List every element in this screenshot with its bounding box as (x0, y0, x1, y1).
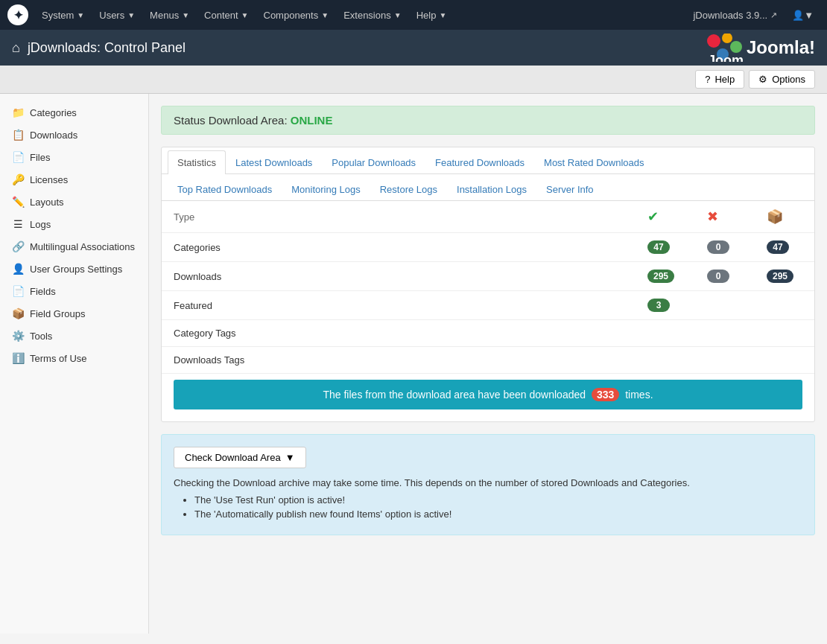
nav-extensions[interactable]: Extensions ▼ (336, 0, 409, 30)
tab-installation[interactable]: Installation Logs (447, 177, 536, 201)
joomla-text: Joomla! (747, 37, 815, 58)
chevron-down-icon: ▼ (127, 11, 135, 19)
downloads-icon: 📋 (12, 129, 24, 141)
sidebar: 📁 Categories 📋 Downloads 📄 Files 🔑 Licen… (0, 94, 149, 634)
tab-latest[interactable]: Latest Downloads (226, 150, 322, 174)
sidebar-item-licenses[interactable]: 🔑 Licenses (0, 168, 148, 191)
tab-featured[interactable]: Featured Downloads (425, 150, 534, 174)
sidebar-item-files[interactable]: 📄 Files (0, 146, 148, 168)
sidebar-item-downloads[interactable]: 📋 Downloads (0, 124, 148, 146)
dropdown-arrow-icon: ▼ (285, 452, 295, 463)
col-box: 📦 (755, 201, 814, 233)
chevron-down-icon: ▼ (77, 11, 84, 19)
nav-system[interactable]: System ▼ (34, 0, 92, 30)
cell-gray (695, 347, 755, 374)
cell-type: Category Tags (162, 320, 636, 347)
cell-gray (695, 291, 755, 320)
check-download-area: Check Download Area ▼ Checking the Downl… (161, 434, 815, 535)
fields-icon: 📄 (12, 285, 24, 297)
user-menu[interactable]: 👤 ▼ (786, 0, 820, 30)
svg-point-2 (730, 41, 742, 53)
nav-menus[interactable]: Menus ▼ (142, 0, 197, 30)
page-title: jDownloads: Control Panel (28, 40, 186, 56)
svg-point-0 (707, 34, 720, 48)
cell-green: 295 (636, 262, 695, 291)
help-button[interactable]: ? Help (695, 70, 744, 89)
user-groups-icon: 👤 (12, 263, 24, 275)
cell-gray: 0 (695, 262, 755, 291)
site-logo[interactable]: ✦ (7, 4, 28, 25)
sidebar-item-tools[interactable]: ⚙️ Tools (0, 325, 148, 347)
sidebar-item-user-groups[interactable]: 👤 User Groups Settings (0, 258, 148, 280)
box-icon: 📦 (767, 209, 783, 224)
tab-popular[interactable]: Popular Downloads (322, 150, 425, 174)
nav-components[interactable]: Components ▼ (256, 0, 337, 30)
tab-restore[interactable]: Restore Logs (370, 177, 447, 201)
list-item: The 'Automatically publish new found Ite… (194, 508, 802, 520)
home-icon[interactable]: ⌂ (12, 40, 20, 56)
sidebar-item-fields[interactable]: 📄 Fields (0, 280, 148, 302)
table-row: Category Tags (162, 320, 814, 347)
status-bar: Status Download Area: ONLINE (161, 106, 815, 135)
sidebar-item-layouts[interactable]: ✏️ Layouts (0, 191, 148, 213)
table-header-row: Type ✔ ✖ 📦 (162, 201, 814, 233)
cell-green (636, 347, 695, 374)
tab-statistics[interactable]: Statistics (168, 150, 226, 174)
chevron-down-icon: ▼ (182, 11, 189, 19)
cell-gray (695, 320, 755, 347)
cell-dark (755, 347, 814, 374)
joomla-logo: Joomla! Joomla! (706, 34, 815, 62)
col-x: ✖ (695, 201, 755, 233)
table-row: Downloads Tags (162, 347, 814, 374)
chevron-down-icon: ▼ (804, 10, 814, 21)
title-bar: ⌂ jDownloads: Control Panel Joomla! Joom… (0, 30, 827, 66)
table-row: Categories 47 0 47 (162, 233, 814, 262)
cell-green: 47 (636, 233, 695, 262)
nav-help[interactable]: Help ▼ (409, 0, 454, 30)
options-button[interactable]: ⚙ Options (749, 70, 815, 89)
tabs-row1: Statistics Latest Downloads Popular Down… (162, 147, 814, 174)
terms-icon: ℹ️ (12, 352, 24, 364)
main-nav: System ▼ Users ▼ Menus ▼ Content ▼ Compo… (34, 0, 687, 30)
top-navbar: ✦ System ▼ Users ▼ Menus ▼ Content ▼ Com… (0, 0, 827, 30)
joomla-logo-svg: Joomla! (706, 34, 744, 62)
cell-type: Featured (162, 291, 636, 320)
sidebar-item-field-groups[interactable]: 📦 Field Groups (0, 302, 148, 325)
sidebar-item-terms[interactable]: ℹ️ Terms of Use (0, 347, 148, 369)
cell-type: Downloads Tags (162, 347, 636, 374)
main-content: Status Download Area: ONLINE Statistics … (149, 94, 827, 634)
cell-dark: 295 (755, 262, 814, 291)
tab-most-rated[interactable]: Most Rated Downloads (534, 150, 653, 174)
svg-text:Joomla!: Joomla! (708, 53, 744, 62)
cell-dark: 47 (755, 233, 814, 262)
nav-content[interactable]: Content ▼ (197, 0, 256, 30)
sidebar-item-categories[interactable]: 📁 Categories (0, 101, 148, 124)
stats-table: Type ✔ ✖ 📦 (162, 201, 814, 374)
nav-right: jDownloads 3.9... ↗ 👤 ▼ (687, 0, 820, 30)
jdownloads-link[interactable]: jDownloads 3.9... ↗ (687, 0, 783, 30)
nav-users[interactable]: Users ▼ (92, 0, 142, 30)
layouts-icon: ✏️ (12, 196, 24, 208)
folder-icon: 📁 (12, 106, 24, 118)
cell-green (636, 320, 695, 347)
col-check: ✔ (636, 201, 695, 233)
table-row: Featured 3 (162, 291, 814, 320)
sidebar-item-logs[interactable]: ☰ Logs (0, 213, 148, 235)
action-bar: ? Help ⚙ Options (0, 66, 827, 94)
cell-dark (755, 291, 814, 320)
status-value: ONLINE (291, 114, 333, 127)
tab-content-statistics: Type ✔ ✖ 📦 (162, 201, 814, 409)
tab-server-info[interactable]: Server Info (536, 177, 603, 201)
sidebar-item-multilingual[interactable]: 🔗 Multilingual Associations (0, 235, 148, 258)
external-link-icon: ↗ (770, 10, 777, 20)
table-row: Downloads 295 0 295 (162, 262, 814, 291)
cell-gray: 0 (695, 233, 755, 262)
cell-green: 3 (636, 291, 695, 320)
tab-monitoring[interactable]: Monitoring Logs (282, 177, 370, 201)
tab-top-rated[interactable]: Top Rated Downloads (168, 177, 282, 201)
check-download-button[interactable]: Check Download Area ▼ (174, 447, 306, 468)
footer: jDownloads Version 3.9.0 © 2007 - 2019 -… (0, 634, 827, 644)
check-info-text: Checking the Download archive may take s… (174, 477, 802, 488)
cell-type: Categories (162, 233, 636, 262)
download-count-bar: The files from the download area have be… (174, 380, 802, 409)
